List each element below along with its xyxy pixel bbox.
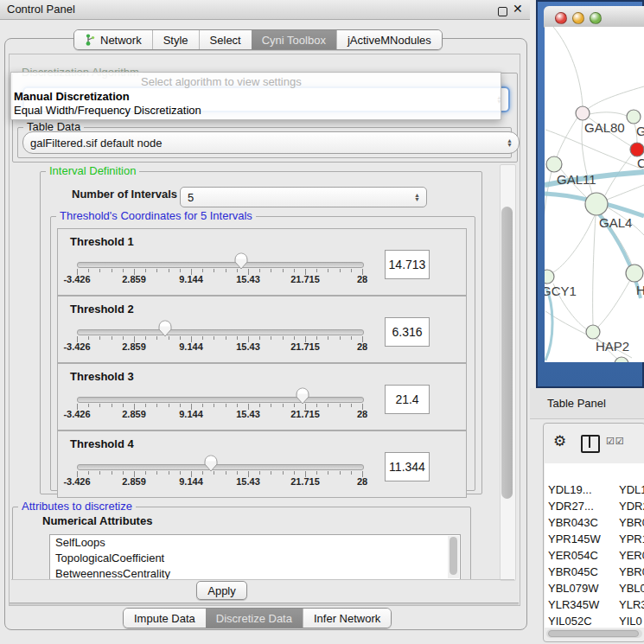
table-row[interactable]: YPR145WYPR1 (545, 532, 644, 549)
tick-label: 9.144 (179, 409, 203, 419)
attribute-list-item[interactable]: BetweennessCentrality (50, 566, 460, 579)
popup-item-manual-discretization[interactable]: Manual Discretization (14, 90, 498, 104)
threshold-slider-thumb[interactable] (296, 387, 309, 405)
tick-mark (316, 269, 317, 272)
settings-scrollbar[interactable] (500, 164, 516, 581)
tab-impute-data[interactable]: Impute Data (124, 609, 206, 628)
network-node[interactable] (586, 325, 600, 339)
tab-style[interactable]: Style (152, 30, 199, 49)
tick-mark (294, 336, 295, 340)
minimize-traffic-light[interactable] (572, 12, 584, 24)
table-row[interactable]: YDR27...YDR2 (545, 500, 644, 516)
list-scrollbar[interactable] (448, 536, 459, 578)
tick-mark (351, 269, 352, 272)
close-icon[interactable]: ✕ (513, 2, 523, 16)
threshold-slider-track[interactable] (77, 329, 364, 335)
tick-mark (316, 336, 317, 340)
numerical-attributes-list[interactable]: SelfLoopsTopologicalCoefficientBetweenne… (49, 534, 461, 579)
table-data-combo-value: galFiltered.sif default node (30, 137, 162, 150)
network-edge (593, 215, 596, 325)
network-node[interactable] (546, 156, 562, 172)
tick-label: 28 (357, 476, 367, 487)
network-node[interactable] (626, 265, 643, 282)
tab-select[interactable]: Select (199, 30, 252, 49)
tab-discretize-data[interactable]: Discretize Data (206, 609, 303, 628)
tick-mark (328, 404, 328, 407)
network-node-label: GCY1 (545, 284, 577, 298)
tick-mark (180, 336, 181, 340)
number-of-intervals-value: 5 (188, 191, 194, 204)
attribute-list-item[interactable]: TopologicalCoefficient (50, 551, 460, 566)
network-node[interactable] (545, 270, 554, 284)
network-node[interactable] (576, 106, 590, 120)
tab-network[interactable]: Network (74, 30, 152, 49)
gear-icon[interactable]: ⚙ (553, 432, 566, 450)
network-node[interactable] (630, 143, 644, 156)
network-edge (553, 215, 595, 272)
tick-mark (112, 471, 112, 475)
threshold-slider-thumb[interactable] (204, 455, 218, 472)
tab-network-label: Network (100, 34, 142, 47)
table-row[interactable]: YBR043CYBR0 (545, 516, 644, 532)
network-node-label: H (636, 283, 644, 297)
network-window-titlebar (544, 6, 644, 28)
bottom-tabbar: Impute Data Discretize Data Infer Networ… (123, 608, 392, 628)
tick-label: 21.715 (290, 274, 320, 284)
split-columns-icon[interactable] (581, 435, 600, 453)
tab-cyni-toolbox[interactable]: Cyni Toolbox (252, 30, 336, 49)
table-row[interactable]: YER054CYER0 (545, 549, 644, 565)
threshold-value-field[interactable]: 14.713 (385, 250, 430, 279)
threshold-slider-thumb[interactable] (234, 252, 248, 270)
table-row[interactable]: YBR045CYBR0 (545, 565, 644, 582)
tick-label: 21.715 (290, 409, 320, 419)
tab-select-label: Select (210, 34, 241, 47)
close-traffic-light[interactable] (555, 12, 567, 24)
network-canvas[interactable]: GAL80GACGAL11GAL4GCY1HHAP2 (545, 27, 644, 362)
network-node-label: GAL80 (584, 120, 625, 135)
table-row[interactable]: YBL079WYBL0 (545, 582, 644, 598)
threshold-value-field[interactable]: 6.316 (385, 317, 430, 347)
settings-scrollbar-thumb[interactable] (501, 207, 513, 499)
tab-discretize-data-label: Discretize Data (216, 612, 292, 625)
float-window-icon[interactable] (498, 7, 507, 16)
number-of-intervals-label: Number of Intervals (72, 188, 177, 201)
tick-mark (271, 336, 271, 340)
threshold-slider-track[interactable] (77, 464, 364, 470)
tick-mark (237, 471, 238, 475)
tick-label: 2.859 (122, 409, 146, 419)
tick-mark (99, 404, 100, 407)
network-node[interactable] (585, 193, 608, 215)
tick-label: 15.43 (236, 409, 260, 419)
attributes-group: Attributes to discretize Numerical Attri… (12, 507, 471, 579)
threshold-slider-track[interactable] (77, 397, 364, 403)
tab-infer-network[interactable]: Infer Network (303, 609, 391, 628)
tick-mark (294, 404, 295, 407)
table-hscrollbar[interactable] (546, 629, 642, 638)
threshold-slider-thumb[interactable] (158, 320, 172, 337)
tick-mark (226, 404, 226, 407)
table-row[interactable]: YLR345WYLR3 (545, 598, 644, 615)
zoom-traffic-light[interactable] (590, 12, 602, 24)
tick-mark (214, 404, 214, 407)
table-data-combo[interactable]: galFiltered.sif default node ▲▼ (22, 131, 520, 154)
tick-label: 21.715 (290, 341, 320, 352)
popup-item-equal-width[interactable]: Equal Width/Frequency Discretization (14, 104, 498, 118)
table-row[interactable]: YDL19...YDL1 (545, 483, 644, 500)
table-row[interactable]: YIL052CYIL0 (545, 615, 644, 628)
list-scrollbar-thumb[interactable] (450, 537, 457, 575)
tick-mark (99, 471, 100, 475)
tick-mark (271, 269, 271, 272)
threshold-value-field[interactable]: 21.4 (385, 385, 430, 414)
network-node[interactable] (627, 110, 641, 124)
tick-mark (145, 471, 146, 475)
tick-label: 15.43 (236, 274, 260, 284)
threshold-value-field[interactable]: 11.344 (385, 452, 430, 481)
tab-jactivemnodules[interactable]: jActiveMNodules (336, 30, 442, 49)
attribute-list-item[interactable]: SelfLoops (50, 535, 460, 551)
table-hscrollbar-thumb[interactable] (548, 630, 639, 637)
number-of-intervals-combo[interactable]: 5 ▲▼ (180, 187, 427, 207)
threshold-slider-track[interactable] (77, 262, 364, 268)
tick-label: 2.859 (122, 341, 146, 352)
apply-button[interactable]: Apply (196, 581, 247, 600)
select-columns-icon[interactable]: ☑☑ (606, 436, 625, 447)
